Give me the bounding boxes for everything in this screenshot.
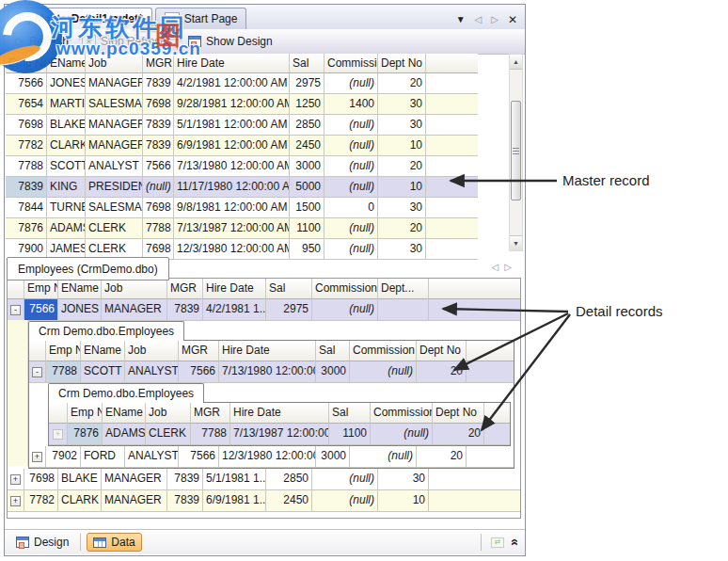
grid-cell[interactable]: 7/13/1980 12:00:00 AM <box>174 156 290 176</box>
grid-cell[interactable]: 7698 <box>143 94 174 114</box>
table-row[interactable]: 7844TURNERSALESMAN76989/8/1981 12:00:00 … <box>6 198 478 218</box>
column-header[interactable]: Dept No <box>378 54 426 73</box>
grid-cell[interactable]: 9/8/1981 12:00:00 AM <box>174 198 290 217</box>
column-header[interactable]: MGR <box>179 341 219 361</box>
grid-cell[interactable]: 7788 <box>191 424 230 444</box>
grid-cell[interactable]: 2450 <box>290 136 324 155</box>
grid-cell[interactable]: 7698 <box>143 198 174 217</box>
grid-cell[interactable]: MANAGER <box>86 73 143 93</box>
column-header[interactable]: Emp No <box>24 279 58 299</box>
row-expander[interactable]: + <box>29 446 46 467</box>
grid-cell[interactable]: 3000 <box>316 446 350 467</box>
grid-cell[interactable]: 7839 <box>167 299 203 320</box>
grid-cell[interactable]: SCOTT <box>81 361 125 382</box>
collapse-panel-icon[interactable]: « <box>509 538 522 546</box>
grid-cell[interactable]: (null) <box>312 299 378 320</box>
grid-cell[interactable]: 2975 <box>290 73 324 93</box>
tab-start-page[interactable]: ➜ Start Page <box>155 8 247 29</box>
grid-cell[interactable]: PRESIDENT <box>86 177 143 197</box>
column-header[interactable]: Job <box>146 403 191 424</box>
close-icon[interactable]: ✕ <box>508 14 517 25</box>
grid-cell[interactable]: 9/28/1981 12:00:00 AM <box>174 94 290 114</box>
grid-cell[interactable]: KING <box>47 177 86 197</box>
column-header[interactable]: EName <box>103 403 146 424</box>
column-header[interactable]: EName <box>81 341 125 361</box>
grid-cell[interactable]: 7698 <box>24 469 58 489</box>
grid-cell[interactable]: 7839 <box>6 177 47 197</box>
grid-cell[interactable]: 2975 <box>266 299 312 320</box>
grid-cell[interactable]: 1100 <box>329 424 371 444</box>
column-header[interactable]: MGR <box>167 279 203 299</box>
column-header[interactable]: Emp No <box>68 403 103 424</box>
sync-data-icon[interactable]: ⇄ <box>491 537 504 548</box>
grid-cell[interactable]: 5/1/1981 1... <box>203 469 266 489</box>
grid-cell[interactable]: 2850 <box>266 469 312 489</box>
grid-cell[interactable]: 11/17/1980 12:00:00 AM <box>174 177 290 197</box>
grid-cell[interactable]: MANAGER <box>102 299 167 320</box>
grid-cell[interactable]: SALESMAN <box>86 198 143 217</box>
refresh-button[interactable]: ⟳ Refresh <box>8 33 74 50</box>
grid-cell[interactable]: 6/9/1981 1... <box>203 490 266 511</box>
grid-cell[interactable]: (null) <box>143 177 174 197</box>
grid-cell[interactable]: 10 <box>378 490 429 511</box>
grid-cell[interactable]: 7902 <box>46 446 81 467</box>
column-header[interactable]: EName <box>47 54 86 73</box>
grid-cell[interactable]: 20 <box>417 361 467 382</box>
tab-masterdetail-document[interactable]: MasterDetail1.mdet* <box>8 8 152 29</box>
grid-cell[interactable]: ANALYST <box>125 446 179 467</box>
grid-cell[interactable]: JONES <box>47 73 86 93</box>
grid-cell[interactable]: 10 <box>378 136 426 155</box>
grid-cell[interactable]: 5000 <box>290 177 324 197</box>
grid-cell[interactable]: 7/13/1987 12:00:00 AM <box>174 218 290 238</box>
grid-cell[interactable]: 7876 <box>6 218 47 238</box>
grid-cell[interactable]: 7844 <box>6 198 47 217</box>
tab-list-dropdown-icon[interactable]: ▼ <box>456 15 466 24</box>
grid-cell[interactable]: 1100 <box>290 218 324 238</box>
detail-row-selected[interactable]: +7876ADAMSCLERK77887/13/1987 12:00:00 AM… <box>49 424 510 445</box>
scrollbar-down-button[interactable]: ▼ <box>510 235 522 250</box>
grid-cell[interactable]: 7566 <box>179 446 219 467</box>
grid-cell[interactable]: 7839 <box>167 469 203 489</box>
column-header[interactable]: Dept No <box>417 341 467 361</box>
column-header[interactable]: Commission <box>324 54 378 73</box>
grid-cell[interactable]: (null) <box>324 218 378 238</box>
column-header[interactable]: Job <box>86 54 143 73</box>
grid-cell[interactable]: 7566 <box>143 156 174 176</box>
grid-cell[interactable]: 30 <box>378 469 429 489</box>
table-row[interactable]: +7782CLARKMANAGER78396/9/1981 1...2450(n… <box>8 490 520 512</box>
grid-cell[interactable]: 7698 <box>6 115 47 135</box>
column-header[interactable]: Commission <box>350 341 417 361</box>
grid-cell[interactable]: (null) <box>324 156 378 176</box>
column-header[interactable]: Sal <box>329 403 371 424</box>
grid-cell[interactable]: MARTIN <box>47 94 86 114</box>
grid-cell[interactable]: SALESMAN <box>86 94 143 114</box>
grid-cell[interactable]: 7566 <box>179 361 219 382</box>
grid-cell[interactable]: 7566 <box>24 299 58 320</box>
row-expander[interactable]: + <box>49 424 68 444</box>
grid-cell[interactable]: (null) <box>371 424 433 444</box>
column-header[interactable]: MGR <box>143 54 174 73</box>
grid-cell[interactable]: 7/13/1980 12:00:00 AM <box>219 361 316 382</box>
grid-cell[interactable]: 20 <box>433 424 484 444</box>
scrollbar-up-button[interactable]: ▲ <box>510 55 522 70</box>
stop-refresh-button[interactable]: ✕ Stop Refresh <box>76 33 172 51</box>
grid-cell[interactable]: 7876 <box>68 424 103 444</box>
scroll-tabs-right-icon[interactable]: ▷ <box>491 15 499 24</box>
table-row[interactable]: +7902FORDANALYST756612/3/1980 12:00:00 A… <box>29 446 514 468</box>
grid-cell[interactable]: 30 <box>378 94 426 114</box>
grid-cell[interactable]: 5/1/1981 12:00:00 AM <box>174 115 290 135</box>
grid-cell[interactable]: (null) <box>324 136 378 155</box>
grid-cell[interactable]: MANAGER <box>102 490 167 511</box>
column-header[interactable]: Hire Date <box>219 341 316 361</box>
grid-cell[interactable]: 7839 <box>143 73 174 93</box>
grid-cell[interactable]: 7788 <box>46 361 81 382</box>
grid-cell[interactable]: ANALYST <box>125 361 179 382</box>
detail-nav-right-icon[interactable]: ▷ <box>504 262 517 272</box>
column-header[interactable]: Job <box>125 341 179 361</box>
column-header[interactable]: Sal <box>316 341 350 361</box>
grid-cell[interactable]: 7839 <box>167 490 203 511</box>
data-view-tab[interactable]: Data <box>87 533 141 552</box>
column-header[interactable]: EName <box>58 279 102 299</box>
grid-cell[interactable]: 7788 <box>143 218 174 238</box>
table-row[interactable]: 7566JONESMANAGER78394/2/1981 12:00:00 AM… <box>6 73 478 94</box>
